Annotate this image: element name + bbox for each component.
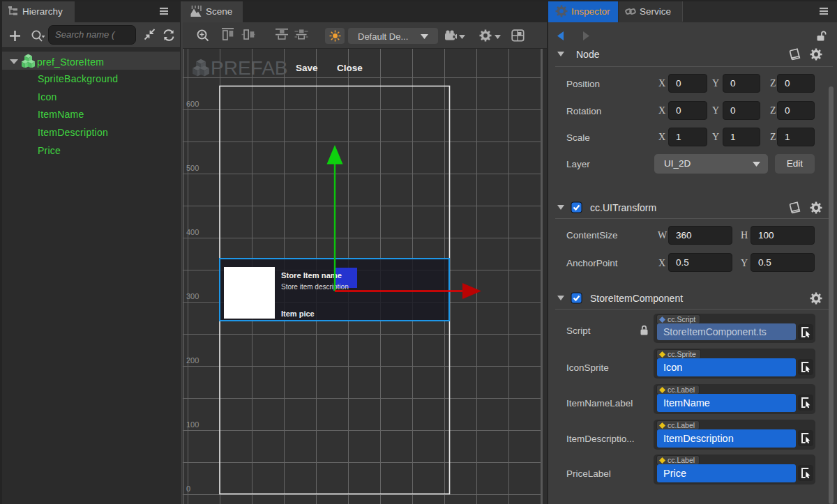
svg-text:PREFAB: PREFAB: [211, 57, 287, 79]
svg-text:400: 400: [186, 228, 199, 236]
svg-text:Close: Close: [337, 63, 363, 73]
svg-text:300: 300: [186, 292, 199, 300]
svg-text:600: 600: [186, 100, 199, 108]
svg-text:100: 100: [186, 420, 199, 429]
svg-text:Item pice: Item pice: [281, 310, 315, 318]
svg-text:Store item description: Store item description: [281, 283, 349, 291]
svg-text:200: 200: [186, 356, 199, 365]
svg-text:0: 0: [186, 484, 190, 493]
svg-text:Save: Save: [296, 63, 318, 73]
svg-text:Store Item name: Store Item name: [281, 271, 342, 280]
svg-text:500: 500: [186, 164, 199, 172]
